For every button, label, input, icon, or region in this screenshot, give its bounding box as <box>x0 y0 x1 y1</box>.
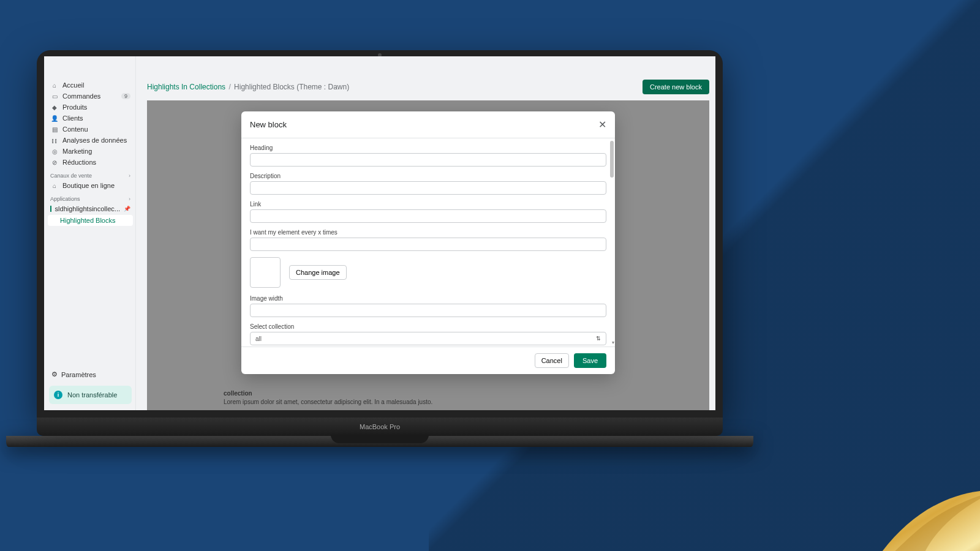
heading-label: Heading <box>250 144 606 151</box>
heading-input[interactable] <box>250 153 606 167</box>
sidebar-item-orders[interactable]: ▭ Commandes 9 <box>48 91 133 102</box>
info-icon: i <box>54 391 62 399</box>
new-block-modal: New block ✕ ▾ Heading <box>241 111 615 374</box>
sidebar-item-label: Commandes <box>62 92 100 100</box>
sidebar-item-label: Boutique en ligne <box>62 182 115 189</box>
change-image-button[interactable]: Change image <box>289 265 347 280</box>
scroll-down-icon[interactable]: ▾ <box>612 340 614 345</box>
store-icon: ⌂ <box>50 182 59 189</box>
sidebar-item-marketing[interactable]: ◎ Marketing <box>48 146 133 157</box>
laptop-base: MacBook Pro <box>37 418 723 436</box>
home-icon: ⌂ <box>50 82 59 89</box>
description-input[interactable] <box>250 181 606 195</box>
chevron-right-icon[interactable]: › <box>129 173 130 179</box>
image-width-label: Image width <box>250 295 606 302</box>
every-input[interactable] <box>250 238 606 251</box>
pin-icon[interactable]: 📌 <box>124 206 130 212</box>
select-collection-input[interactable]: all ⇅ <box>250 332 606 345</box>
laptop-label: MacBook Pro <box>360 423 400 430</box>
scrollbar-thumb[interactable] <box>610 141 614 178</box>
sidebar-item-app[interactable]: sldhighlightsincollec... 📌 <box>48 203 133 214</box>
sidebar-item-label: Produits <box>62 103 87 111</box>
sidebar-item-label: sldhighlightsincollec... <box>55 205 120 212</box>
sidebar-item-settings[interactable]: ⚙ Paramètres <box>49 367 132 382</box>
background-preview-text: collection Lorem ipsum dolor sit amet, c… <box>224 389 432 407</box>
breadcrumb: Highlights In Collections / Highlighted … <box>147 83 349 91</box>
sidebar-item-label: Clients <box>62 114 83 122</box>
breadcrumb-current: Highlighted Blocks (Theme : Dawn) <box>234 83 349 91</box>
image-width-input[interactable] <box>250 304 606 317</box>
main-content: Highlights In Collections / Highlighted … <box>136 56 715 410</box>
orders-icon: ▭ <box>50 93 59 100</box>
create-new-block-button[interactable]: Create new block <box>643 80 709 94</box>
description-label: Description <box>250 173 606 179</box>
discount-icon: ⊘ <box>50 159 59 166</box>
sidebar-item-content[interactable]: ▤ Contenu <box>48 124 133 135</box>
chevron-right-icon[interactable]: › <box>129 196 130 202</box>
sidebar-item-products[interactable]: ◆ Produits <box>48 102 133 113</box>
sidebar-item-discounts[interactable]: ⊘ Réductions <box>48 157 133 168</box>
link-label: Link <box>250 201 606 208</box>
laptop-mockup: ⌂ Accueil ▭ Commandes 9 ◆ Produits 👤 <box>37 50 723 447</box>
sidebar-item-label: Paramètres <box>61 371 96 378</box>
every-label: I want my element every x times <box>250 229 606 236</box>
app-icon <box>50 206 51 212</box>
sidebar-item-customers[interactable]: 👤 Clients <box>48 113 133 124</box>
non-transferable-banner[interactable]: i Non transférable <box>49 386 132 404</box>
content-backdrop: collection Lorem ipsum dolor sit amet, c… <box>147 100 709 410</box>
save-button[interactable]: Save <box>574 353 606 368</box>
analytics-icon: ⫿⫿ <box>50 137 59 144</box>
modal-title: New block <box>250 120 287 129</box>
page-curl-decoration <box>845 435 980 551</box>
sidebar-item-label: Contenu <box>62 126 88 133</box>
sidebar-item-label: Marketing <box>62 148 92 155</box>
select-collection-label: Select collection <box>250 323 606 330</box>
sidebar-item-highlighted-blocks[interactable]: Highlighted Blocks <box>48 215 133 226</box>
apps-header: Applications › <box>48 191 133 203</box>
marketing-icon: ◎ <box>50 148 59 155</box>
gear-icon: ⚙ <box>51 370 58 378</box>
person-icon: 👤 <box>50 115 59 122</box>
link-input[interactable] <box>250 209 606 223</box>
tag-icon: ◆ <box>50 104 59 111</box>
content-icon: ▤ <box>50 126 59 133</box>
sidebar-item-analytics[interactable]: ⫿⫿ Analyses de données <box>48 135 133 146</box>
sidebar-item-label: Réductions <box>62 159 96 166</box>
close-icon[interactable]: ✕ <box>598 119 606 130</box>
image-preview <box>250 257 281 288</box>
select-caret-icon: ⇅ <box>596 335 601 342</box>
sidebar-item-label: Analyses de données <box>62 137 127 144</box>
orders-badge: 9 <box>121 93 130 99</box>
sidebar: ⌂ Accueil ▭ Commandes 9 ◆ Produits 👤 <box>44 56 136 410</box>
breadcrumb-root[interactable]: Highlights In Collections <box>147 83 225 91</box>
channels-header: Canaux de vente › <box>48 168 133 180</box>
sidebar-item-label: Accueil <box>62 81 84 89</box>
sidebar-item-online-store[interactable]: ⌂ Boutique en ligne <box>48 180 133 191</box>
cancel-button[interactable]: Cancel <box>535 353 569 368</box>
sidebar-item-home[interactable]: ⌂ Accueil <box>48 80 133 91</box>
